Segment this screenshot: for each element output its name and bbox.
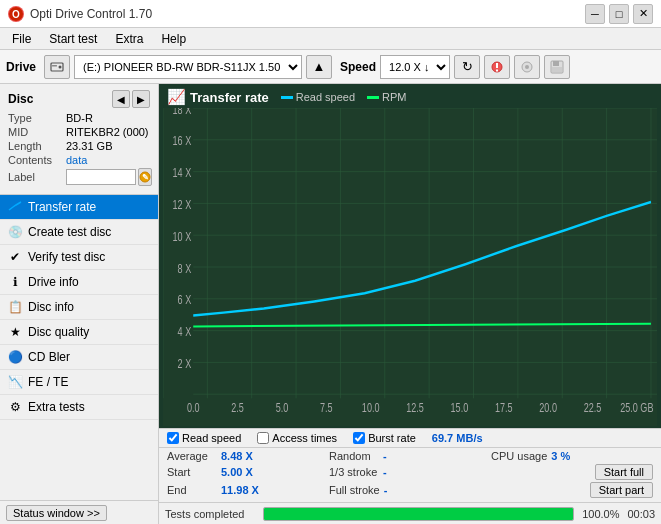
read-speed-checkbox[interactable] xyxy=(167,432,179,444)
disc-mid-val: RITEKBR2 (000) xyxy=(66,126,149,138)
nav-item-extra-tests[interactable]: ⚙ Extra tests xyxy=(0,395,158,420)
speed-select[interactable]: 12.0 X ↓ xyxy=(380,55,450,79)
disc-label-key: Label xyxy=(8,171,66,183)
nav-item-create-test-disc[interactable]: 💿 Create test disc xyxy=(0,220,158,245)
drive-select[interactable]: (E:) PIONEER BD-RW BDR-S11JX 1.50 xyxy=(74,55,302,79)
chart-title-icon: 📈 xyxy=(167,88,186,106)
svg-text:O: O xyxy=(12,9,20,20)
cpu-val: 3 % xyxy=(551,450,596,462)
menu-extra[interactable]: Extra xyxy=(107,30,151,48)
svg-rect-7 xyxy=(496,69,498,71)
disc-mid-key: MID xyxy=(8,126,66,138)
fe-te-icon: 📉 xyxy=(8,375,22,389)
svg-text:14 X: 14 X xyxy=(173,166,192,180)
eject-button[interactable]: ▲ xyxy=(306,55,332,79)
burn-button[interactable] xyxy=(514,55,540,79)
disc-contents-row: Contents data xyxy=(8,154,150,166)
stats-row-1: Average 8.48 X Random - CPU usage 3 % xyxy=(167,450,653,462)
chart-title-text: Transfer rate xyxy=(190,90,269,105)
access-times-checkbox-label[interactable]: Access times xyxy=(257,432,337,444)
legend-read-speed-color xyxy=(281,96,293,99)
svg-text:2 X: 2 X xyxy=(178,357,192,371)
nav-item-disc-info[interactable]: 📋 Disc info xyxy=(0,295,158,320)
svg-text:8 X: 8 X xyxy=(178,261,192,275)
create-test-disc-icon: 💿 xyxy=(8,225,22,239)
svg-text:10 X: 10 X xyxy=(173,229,192,243)
titlebar-controls: ─ □ ✕ xyxy=(585,4,653,24)
access-times-checkbox[interactable] xyxy=(257,432,269,444)
nav-item-transfer-rate[interactable]: Transfer rate xyxy=(0,195,158,220)
start-val: 5.00 X xyxy=(221,466,266,478)
access-times-checkbox-text: Access times xyxy=(272,432,337,444)
nav-item-verify-test-disc[interactable]: ✔ Verify test disc xyxy=(0,245,158,270)
content-area: 📈 Transfer rate Read speed RPM xyxy=(159,84,661,524)
burst-rate-checkbox[interactable] xyxy=(353,432,365,444)
titlebar: O Opti Drive Control 1.70 ─ □ ✕ xyxy=(0,0,661,28)
nav-item-fe-te[interactable]: 📉 FE / TE xyxy=(0,370,158,395)
cd-bler-icon: 🔵 xyxy=(8,350,22,364)
bottom-stats: Average 8.48 X Random - CPU usage 3 % St… xyxy=(159,447,661,502)
legend-read-speed: Read speed xyxy=(281,91,355,103)
menu-help[interactable]: Help xyxy=(153,30,194,48)
nav-label-fe-te: FE / TE xyxy=(28,375,68,389)
save-button[interactable] xyxy=(544,55,570,79)
disc-contents-key: Contents xyxy=(8,154,66,166)
disc-contents-val[interactable]: data xyxy=(66,154,87,166)
transfer-rate-icon xyxy=(8,200,22,214)
app-icon: O xyxy=(8,6,24,22)
disc-prev-button[interactable]: ◀ xyxy=(112,90,130,108)
start-key: Start xyxy=(167,466,217,478)
menu-start-test[interactable]: Start test xyxy=(41,30,105,48)
nav-item-cd-bler[interactable]: 🔵 CD Bler xyxy=(0,345,158,370)
start-full-col: Start full xyxy=(491,464,653,480)
read-speed-checkbox-label[interactable]: Read speed xyxy=(167,432,241,444)
minimize-button[interactable]: ─ xyxy=(585,4,605,24)
burst-rate-checkbox-label[interactable]: Burst rate xyxy=(353,432,416,444)
drive-icon-button[interactable] xyxy=(44,55,70,79)
read-speed-checkbox-text: Read speed xyxy=(182,432,241,444)
nav-item-disc-quality[interactable]: ★ Disc quality xyxy=(0,320,158,345)
average-key: Average xyxy=(167,450,217,462)
label-input[interactable] xyxy=(66,169,136,185)
disc-header: Disc ◀ ▶ xyxy=(8,90,150,108)
drive-label: Drive xyxy=(6,60,36,74)
full-stroke-val: - xyxy=(384,484,429,496)
disc-next-button[interactable]: ▶ xyxy=(132,90,150,108)
menu-file[interactable]: File xyxy=(4,30,39,48)
disc-label-row: Label ✎ xyxy=(8,168,150,186)
legend-rpm: RPM xyxy=(367,91,406,103)
nav-label-verify-test-disc: Verify test disc xyxy=(28,250,105,264)
start-full-button[interactable]: Start full xyxy=(595,464,653,480)
legend-read-speed-label: Read speed xyxy=(296,91,355,103)
nav-label-disc-quality: Disc quality xyxy=(28,325,89,339)
maximize-button[interactable]: □ xyxy=(609,4,629,24)
random-col: Random - xyxy=(329,450,491,462)
nav-label-disc-info: Disc info xyxy=(28,300,74,314)
full-stroke-key: Full stroke xyxy=(329,484,380,496)
svg-text:7.5: 7.5 xyxy=(320,401,333,415)
status-text: Tests completed xyxy=(165,508,255,520)
stats-row-2: Start 5.00 X 1/3 stroke - Start full xyxy=(167,464,653,480)
end-val: 11.98 X xyxy=(221,484,266,496)
stroke1-key: 1/3 stroke xyxy=(329,466,379,478)
refresh-button[interactable]: ↻ xyxy=(454,55,480,79)
progress-pct: 100.0% xyxy=(582,508,619,520)
legend-rpm-color xyxy=(367,96,379,99)
label-edit-button[interactable]: ✎ xyxy=(138,168,152,186)
options-button[interactable] xyxy=(484,55,510,79)
svg-text:10.0: 10.0 xyxy=(362,401,380,415)
svg-text:✎: ✎ xyxy=(142,173,149,182)
progress-bar-wrap xyxy=(263,507,574,521)
main-layout: Disc ◀ ▶ Type BD-R MID RITEKBR2 (000) Le… xyxy=(0,84,661,524)
close-button[interactable]: ✕ xyxy=(633,4,653,24)
toolbar: Drive (E:) PIONEER BD-RW BDR-S11JX 1.50 … xyxy=(0,50,661,84)
svg-rect-11 xyxy=(553,61,559,66)
status-window-button[interactable]: Status window >> xyxy=(6,505,107,521)
start-part-button[interactable]: Start part xyxy=(590,482,653,498)
svg-text:25.0 GB: 25.0 GB xyxy=(620,401,653,415)
svg-text:6 X: 6 X xyxy=(178,293,192,307)
svg-text:22.5: 22.5 xyxy=(584,401,602,415)
global-status-bar: Tests completed 100.0% 00:03 xyxy=(159,502,661,524)
legend-rpm-label: RPM xyxy=(382,91,406,103)
nav-item-drive-info[interactable]: ℹ Drive info xyxy=(0,270,158,295)
